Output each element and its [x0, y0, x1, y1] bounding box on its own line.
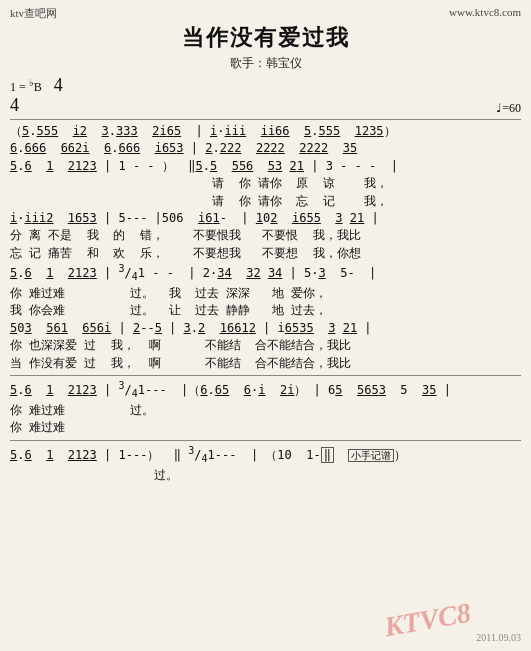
line4-lyrics: 分 离 不是 我 的 错， 不要恨我 不要恨 我，我比 忘 记 痛苦 和 欢 乐… [10, 227, 521, 262]
site-right: www.ktvc8.com [449, 6, 521, 18]
header-top: ktv查吧网 www.ktvc8.com [10, 6, 521, 21]
notation-content: （5.555 i2 3.333 2i65 | i·iii ii66 5.555 … [10, 123, 521, 484]
divider-mid2 [10, 440, 521, 441]
line5-lyrics: 你 难过难 过。 我 过去 深深 地 爱你， 我 你会难 过。 让 过去 静静 … [10, 285, 521, 320]
line7-lyrics: 你 难过难 过。 你 难过难 [10, 402, 521, 437]
line8-lyrics: 过。 [10, 467, 521, 484]
line6: 503 561 656i | 2--5 | 3.2 16612 | i6535 … [10, 320, 521, 337]
line2: 6.666 662i 6.666 i653 | 2.222 2222 2222 … [10, 140, 521, 157]
singer: 歌手：韩宝仪 [10, 55, 521, 72]
line3-lyrics: 请 你 请你 原 谅 我， 请 你 请你 忘 记 我， [10, 175, 521, 210]
watermark: KTVC8 [382, 597, 473, 644]
line7: 5.6 1 2123 | 3/41--- |（6.65 6·i 2i） | 65… [10, 379, 521, 402]
line5: 5.6 1 2123 | 3/41 - - | 2·34 32 34 | 5·3… [10, 262, 521, 285]
line3: 5.6 1 2123 | 1 - - ） ‖5.5 556 53 21 | 3 … [10, 158, 521, 175]
page: ktv查吧网 www.ktvc8.com 当作没有爱过我 歌手：韩宝仪 1 = … [0, 0, 531, 651]
key-meta: 1 = ♭B 44 [10, 76, 63, 116]
song-title: 当作没有爱过我 [10, 23, 521, 53]
line6-lyrics: 你 也深深爱 过 我， 啊 不能结 合不能结合，我比 当 作没有爱 过 我， 啊… [10, 337, 521, 372]
line1: （5.555 i2 3.333 2i65 | i·iii ii66 5.555 … [10, 123, 521, 140]
line8: 5.6 1 2123 | 1---） ‖ 3/41--- | （10 1-‖ 小… [10, 444, 521, 467]
tempo-meta: ♩=60 [496, 101, 521, 116]
line4: i·iii2 1653 | 5--- |506 i61- | 102 i655 … [10, 210, 521, 227]
divider-mid [10, 375, 521, 376]
site-left: ktv查吧网 [10, 6, 57, 21]
divider-top [10, 119, 521, 120]
footer-date: 2011.09.03 [476, 632, 521, 643]
